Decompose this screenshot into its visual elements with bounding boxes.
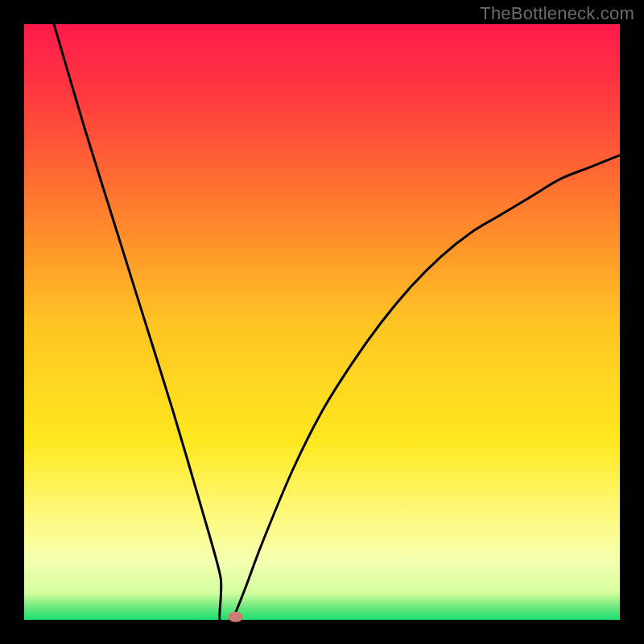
attribution-label: TheBottleneck.com <box>480 3 634 24</box>
bottleneck-chart <box>0 0 644 644</box>
plot-background <box>24 24 620 620</box>
optimal-point-marker <box>229 612 243 622</box>
chart-container: TheBottleneck.com <box>0 0 644 644</box>
